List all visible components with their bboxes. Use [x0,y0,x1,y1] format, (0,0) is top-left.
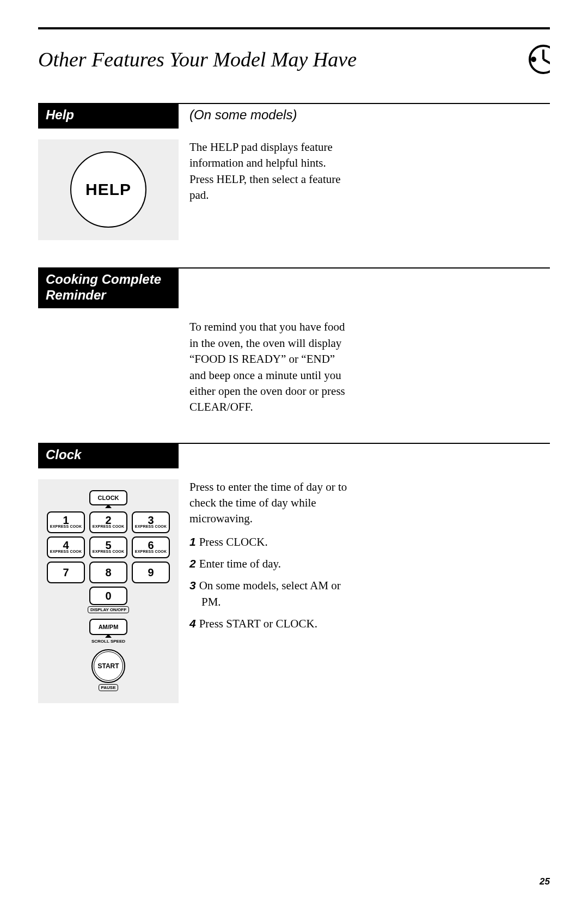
key-6: 6EXPRESS COOK [132,536,170,558]
step-number: 3 [189,579,196,591]
clock-section: Clock CLOCK 1EXPRESS COOK 2EXPRESS [38,443,550,703]
key-8: 8 [89,562,127,583]
help-pad-illustration: HELP [38,139,179,240]
clock-label: Clock [38,444,179,468]
reminder-section: Cooking Complete Reminder To remind you … [38,267,550,416]
help-section: Help (On some models) HELP The HELP pad … [38,103,550,240]
start-button-icon: START [91,649,125,683]
clock-steps-list: 1Press CLOCK.2Enter time of day.3On some… [189,534,347,632]
clock-step: 1Press CLOCK. [189,534,347,550]
clock-step: 3On some models, select AM or PM. [189,577,347,610]
display-onoff-label: DISPLAY ON/OFF [88,606,129,613]
clock-step: 4Press START or CLOCK. [189,615,347,632]
reminder-label: Cooking Complete Reminder [38,269,179,309]
page-title: Other Features Your Model May Have [38,47,357,71]
page-number: 25 [540,876,550,887]
key-0: 0 [89,587,127,605]
clock-key-icon: CLOCK [89,490,127,505]
triangle-up-icon [105,634,112,638]
key-4: 4EXPRESS COOK [47,536,85,558]
svg-point-1 [531,57,536,62]
triangle-up-icon [105,504,112,508]
keypad-illustration: CLOCK 1EXPRESS COOK 2EXPRESS COOK 3EXPRE… [38,479,179,703]
key-1: 1EXPRESS COOK [47,511,85,533]
step-number: 1 [189,535,196,548]
ampm-key-icon: AM/PM [89,619,127,635]
key-7: 7 [47,562,85,583]
help-button-icon: HELP [70,151,146,228]
page-header: Other Features Your Model May Have [38,43,550,76]
clock-step: 2Enter time of day. [189,556,347,572]
help-subhead: (On some models) [179,104,297,123]
help-button-text: HELP [85,180,131,199]
key-9: 9 [132,562,170,583]
key-2: 2EXPRESS COOK [89,511,127,533]
key-3: 3EXPRESS COOK [132,511,170,533]
step-number: 4 [189,617,196,630]
clock-intro-text: Press to enter the time of day or to che… [189,479,347,527]
step-number: 2 [189,557,196,570]
key-5: 5EXPRESS COOK [89,536,127,558]
help-label: Help [38,104,179,129]
help-body-text: The HELP pad displays feature informatio… [189,139,347,204]
clock-partial-icon [517,43,550,76]
pause-label: PAUSE [99,684,119,691]
reminder-body-text: To remind you that you have food in the … [189,319,347,415]
scroll-speed-label: SCROLL SPEED [91,639,125,644]
